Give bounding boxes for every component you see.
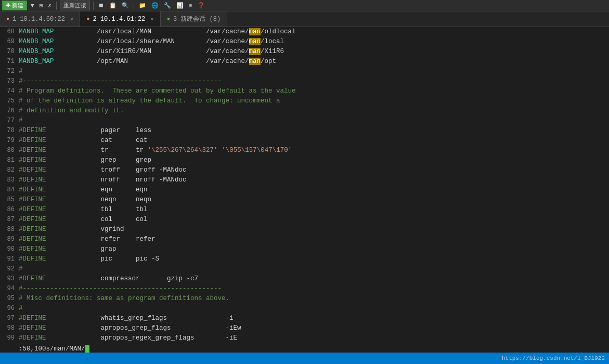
line-content: #DEFINE refer refer [19, 235, 156, 244]
line-number: 83 [0, 175, 19, 185]
line-number: 96 [0, 304, 19, 314]
tab-label-3: 3 新建会话 (8) [173, 15, 221, 23]
line-number: 85 [0, 195, 19, 205]
tab-close-2[interactable]: ✕ [150, 16, 154, 22]
toolbar-icon-8[interactable]: 🌐 [150, 2, 160, 9]
line-number: 97 [0, 314, 19, 323]
line-content: #DEFINE apropos_grep_flags -iEw [19, 323, 241, 333]
tab-session-3[interactable]: ● 3 新建会话 (8) [161, 11, 227, 27]
toolbar-icon-10[interactable]: 📊 [175, 2, 185, 9]
table-row: 88 #DEFINE vgrind [0, 225, 609, 235]
line-content: # [19, 116, 23, 126]
line-number: 84 [0, 185, 19, 195]
table-row: 87 #DEFINE col col [0, 215, 609, 225]
table-row: 91 #DEFINE pic pic -S [0, 254, 609, 264]
toolbar-icon-2: ⊞ [38, 2, 45, 9]
line-number: 99 [0, 333, 19, 343]
table-row: 82 #DEFINE troff groff -MANdoc [0, 165, 609, 175]
line-number: 80 [0, 146, 19, 155]
table-row: 68 MANDB_MAP /usr/local/MAN /var/cache/m… [0, 27, 609, 37]
line-content: #DEFINE pic pic -S [19, 254, 159, 264]
main-area: 68 MANDB_MAP /usr/local/MAN /var/cache/m… [0, 27, 609, 364]
tabbar: ● 1 10.1.4.60:22 ✕ ● 2 10.1.4.61:22 ✕ ● … [0, 11, 609, 27]
line-content: # Misc definitions: same as program defi… [19, 294, 229, 304]
table-row: 69 MANDB_MAP /usr/local/share/MAN /var/c… [0, 37, 609, 47]
line-number: 89 [0, 235, 19, 244]
table-row: 71 MANDB_MAP /opt/MAN /var/cache/man/opt [0, 57, 609, 67]
line-content: #DEFINE compressor gzip -c7 [19, 274, 198, 284]
table-row: 94 #------------------------------------… [0, 284, 609, 294]
line-number: 91 [0, 254, 19, 264]
table-row: 97 #DEFINE whatis_grep_flags -i [0, 314, 609, 323]
line-number: 95 [0, 294, 19, 304]
table-row: 84 #DEFINE eqn eqn [0, 185, 609, 195]
line-number: 82 [0, 165, 19, 175]
table-row: 72 # [0, 67, 609, 76]
line-number: 75 [0, 96, 19, 106]
line-number: 94 [0, 284, 19, 294]
line-number: 71 [0, 57, 19, 67]
line-number: 92 [0, 264, 19, 274]
toolbar-icon-9[interactable]: 🔧 [162, 2, 173, 9]
toolbar-icon-3: ✗ [46, 2, 53, 9]
line-content: #---------------------------------------… [19, 284, 222, 294]
table-row: 78 #DEFINE pager less [0, 126, 609, 136]
line-number: 93 [0, 274, 19, 284]
line-number: 86 [0, 205, 19, 215]
line-content: #DEFINE troff groff -MANdoc [19, 165, 187, 175]
line-content: # definition and modify it. [19, 106, 124, 116]
code-area: 68 MANDB_MAP /usr/local/MAN /var/cache/m… [0, 27, 609, 354]
line-number: 68 [0, 27, 19, 37]
line-number: 76 [0, 106, 19, 116]
line-content: #DEFINE apropos_regex_grep_flags -iE [19, 333, 237, 343]
line-content: # Program definitions. These are comment… [19, 86, 296, 96]
editor[interactable]: 68 MANDB_MAP /usr/local/MAN /var/cache/m… [0, 27, 609, 364]
line-content: MANDB_MAP /usr/local/MAN /var/cache/man/… [19, 27, 296, 37]
line-content: #DEFINE grep grep [19, 155, 151, 165]
line-content: #DEFINE pager less [19, 126, 151, 136]
line-number: 98 [0, 323, 19, 333]
table-row: 93 #DEFINE compressor gzip -c7 [0, 274, 609, 284]
table-row: 73 #------------------------------------… [0, 76, 609, 86]
tab-label-1: 1 10.1.4.60:22 [12, 16, 65, 23]
line-content: # [19, 264, 23, 274]
toolbar: ✚ 新建 ▼ ⊞ ✗ 重新连接 ⏹ 📋 🔍 📁 🌐 🔧 📊 ⚙ ❓ [0, 0, 609, 11]
toolbar-icon-12[interactable]: ❓ [196, 2, 206, 9]
line-content: MANDB_MAP /opt/MAN /var/cache/man/opt [19, 57, 276, 67]
table-row: 86 #DEFINE tbl tbl [0, 205, 609, 215]
line-content: #DEFINE cat cat [19, 136, 148, 146]
line-content: #DEFINE grap [19, 244, 116, 254]
cursor-block [85, 345, 89, 353]
toolbar-icon-4[interactable]: ⏹ [97, 2, 106, 9]
toolbar-icon-6[interactable]: 🔍 [120, 2, 131, 9]
line-content: #DEFINE eqn eqn [19, 185, 148, 195]
toolbar-icon-5[interactable]: 📋 [108, 2, 118, 9]
table-row: 74 # Program definitions. These are comm… [0, 86, 609, 96]
line-number: 72 [0, 67, 19, 76]
statusbar-right: https://blog.csdn.net/l_BJ1922 [502, 355, 605, 361]
table-row: 96 # [0, 304, 609, 314]
new-session-button[interactable]: ✚ 新建 [2, 1, 27, 10]
line-content: #DEFINE tbl tbl [19, 205, 148, 215]
table-row: 85 #DEFINE neqn neqn [0, 195, 609, 205]
line-number: 73 [0, 76, 19, 86]
tab-session-2[interactable]: ● 2 10.1.4.61:22 ✕ [80, 11, 160, 27]
line-content: MANDB_MAP /usr/local/share/MAN /var/cach… [19, 37, 284, 47]
toolbar-icon-11[interactable]: ⚙ [187, 2, 194, 9]
line-content: #---------------------------------------… [19, 76, 222, 86]
tab-close-1[interactable]: ✕ [70, 16, 74, 22]
toolbar-icon-7[interactable]: 📁 [137, 2, 148, 9]
statusbar: https://blog.csdn.net/l_BJ1922 [0, 353, 609, 364]
tab-dot-2: ● [86, 16, 89, 22]
table-row: 92 # [0, 264, 609, 274]
table-row: 89 #DEFINE refer refer [0, 235, 609, 244]
line-content: # of the definition is already the defau… [19, 96, 280, 106]
line-content: #DEFINE col col [19, 215, 148, 225]
line-content: # [19, 304, 23, 314]
reconnect-button[interactable]: 重新连接 [60, 1, 90, 10]
tab-session-1[interactable]: ● 1 10.1.4.60:22 ✕ [0, 11, 80, 27]
line-number: 87 [0, 215, 19, 225]
line-content: MANDB_MAP /usr/X11R6/MAN /var/cache/man/… [19, 47, 284, 57]
table-row: 70 MANDB_MAP /usr/X11R6/MAN /var/cache/m… [0, 47, 609, 57]
line-number: 74 [0, 86, 19, 96]
